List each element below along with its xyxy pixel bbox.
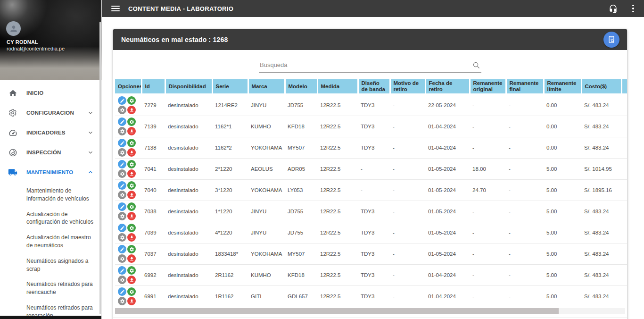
gear-icon <box>129 141 134 146</box>
gray-settings-button[interactable] <box>118 127 126 135</box>
cell-costo: S/. 483.24 <box>581 286 621 307</box>
pencil-icon <box>120 289 125 294</box>
download-button[interactable] <box>127 212 136 220</box>
download-button[interactable] <box>127 148 136 157</box>
edit-button[interactable] <box>118 118 126 126</box>
gray-settings-button[interactable] <box>118 191 126 199</box>
sidebar-item-configuracion[interactable]: CONFIGURACION <box>0 103 101 123</box>
search-input[interactable] <box>259 59 481 73</box>
table-row: 7138desinstalado1162*2YOKOHAMAMY50712R22… <box>115 137 627 159</box>
cell-opciones <box>115 159 141 180</box>
cell-remanente-limite: 0.00 <box>544 116 581 137</box>
download-button[interactable] <box>127 106 136 114</box>
cell-medida: 12R22.5 <box>317 94 358 116</box>
cell-modelo: JD755 <box>285 94 317 116</box>
cell-fecha-retiro: 01-04-2024 <box>425 265 470 286</box>
sidebar-item-mantenimiento[interactable]: MANTENIMIENTO <box>0 162 101 182</box>
green-settings-button[interactable] <box>127 96 136 105</box>
gear-icon <box>120 150 125 155</box>
sidebar-item-inicio[interactable]: INICIO <box>0 83 101 103</box>
download-button[interactable] <box>127 276 136 284</box>
search-icon[interactable] <box>472 61 480 71</box>
cell-medida: 12R22.5 <box>317 286 358 307</box>
cell-remanente-final: - <box>506 137 544 159</box>
edit-button[interactable] <box>118 224 126 232</box>
cell-modelo: KFD18 <box>285 116 317 137</box>
download-button[interactable] <box>127 233 136 242</box>
table-row: 7040desinstalado3*1220YOKOHAMALY05312R22… <box>115 180 627 201</box>
menu-icon[interactable] <box>111 6 120 11</box>
headset-icon[interactable] <box>607 3 619 14</box>
green-settings-button[interactable] <box>127 224 136 232</box>
cell-id: 7038 <box>141 201 165 222</box>
download-button[interactable] <box>127 127 136 135</box>
download-button[interactable] <box>127 254 136 263</box>
gray-settings-button[interactable] <box>118 297 126 305</box>
edit-button[interactable] <box>118 245 126 253</box>
cell-id: 7139 <box>141 116 165 137</box>
green-settings-button[interactable] <box>127 202 136 211</box>
gray-settings-button[interactable] <box>118 148 126 157</box>
gray-settings-button[interactable] <box>118 106 126 114</box>
submenu-neumaticos-reencauche[interactable]: Neumáticos retirados para reencauche <box>0 277 101 300</box>
gear-icon <box>120 214 125 219</box>
cell-remanente-limite: 0.00 <box>544 137 581 159</box>
submenu-neumaticos-scrap[interactable]: Neumáticos asignados a scrap <box>0 253 101 277</box>
edit-button[interactable] <box>118 96 126 105</box>
gray-settings-button[interactable] <box>118 212 126 220</box>
chevron-up-icon <box>87 169 94 176</box>
cell-id: 7040 <box>141 180 165 201</box>
edit-button[interactable] <box>118 202 126 211</box>
submenu-mantenimiento-informacion-vehiculos[interactable]: Mantenimiento de información de vehículo… <box>0 183 101 207</box>
edit-button[interactable] <box>118 287 126 296</box>
cell-disponibilidad: desinstalado <box>165 243 212 265</box>
cell-medida: 12R22.5 <box>317 201 358 222</box>
avatar[interactable] <box>6 21 21 36</box>
green-settings-button[interactable] <box>127 245 136 253</box>
cell-opciones <box>115 94 141 116</box>
cell-disponibilidad: desinstalado <box>165 116 212 137</box>
green-settings-button[interactable] <box>127 160 136 168</box>
edit-button[interactable] <box>118 139 126 147</box>
download-button[interactable] <box>127 297 136 305</box>
column-header-dise-o-de-banda: Diseño de banda <box>358 79 390 94</box>
download-button[interactable] <box>127 191 136 199</box>
submenu-actualizacion-configuracion-vehiculos[interactable]: Actualización de configuración de vehícu… <box>0 207 101 230</box>
column-header-remanente-original: Remanente original <box>470 79 506 94</box>
green-settings-button[interactable] <box>127 139 136 147</box>
sidebar-scrollbar[interactable] <box>99 22 101 314</box>
sidebar-item-indicadores[interactable]: INDICADORES <box>0 123 101 143</box>
download-button[interactable] <box>127 169 136 178</box>
horizontal-scrollbar-thumb[interactable] <box>115 308 559 314</box>
sidebar-item-inspeccion[interactable]: INSPECCIÓN <box>0 143 101 162</box>
gear-icon <box>129 268 134 273</box>
cell-remanente-final: - <box>506 286 544 307</box>
edit-button[interactable] <box>118 160 126 168</box>
cell-costo: S/. 1895.16 <box>581 180 621 201</box>
cell-id: 7041 <box>141 159 165 180</box>
gray-settings-button[interactable] <box>118 254 126 263</box>
download-icon <box>129 171 134 176</box>
cell-extra <box>621 265 627 286</box>
gray-settings-button[interactable] <box>118 169 126 178</box>
green-settings-button[interactable] <box>127 181 136 190</box>
cell-id: 7037 <box>141 243 165 265</box>
cell-remanente-limite: 5.00 <box>544 222 581 243</box>
green-settings-button[interactable] <box>127 287 136 296</box>
cell-serie: 2R1162 <box>212 265 248 286</box>
cell-marca: JINYU <box>248 222 285 243</box>
green-settings-button[interactable] <box>127 118 136 126</box>
pencil-icon <box>120 98 125 103</box>
gray-settings-button[interactable] <box>118 233 126 242</box>
submenu-actualizacion-maestro-neumaticos[interactable]: Actualización del maestro de neumáticos <box>0 230 101 253</box>
cell-costo: S/. 1014.95 <box>581 159 621 180</box>
green-settings-button[interactable] <box>127 266 136 275</box>
cell-remanente-final: - <box>506 201 544 222</box>
file-search-button[interactable] <box>603 32 619 48</box>
cell-marca: YOKOHAMA <box>248 137 285 159</box>
gray-settings-button[interactable] <box>118 276 126 284</box>
cell-motivo-retiro: - <box>390 286 425 307</box>
edit-button[interactable] <box>118 266 126 275</box>
edit-button[interactable] <box>118 181 126 190</box>
kebab-menu-icon[interactable] <box>629 5 637 13</box>
